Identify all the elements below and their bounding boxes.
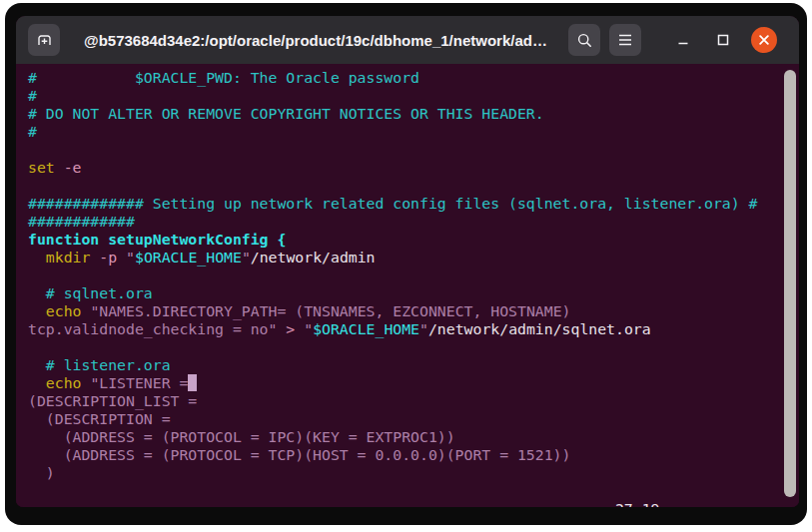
terminal-line <box>28 177 799 195</box>
terminal-screen[interactable]: # $ORACLE_PWD: The Oracle password## DO … <box>16 64 799 507</box>
new-tab-icon <box>36 32 53 49</box>
terminal-line: # sqlnet.ora <box>28 284 799 302</box>
terminal-line: (ADDRESS = (PROTOCOL = IPC)(KEY = EXTPRO… <box>28 428 799 446</box>
terminal-line: (DESCRIPTION = <box>28 410 799 428</box>
maximize-icon <box>716 33 730 47</box>
terminal-line: ) <box>28 464 799 482</box>
terminal-line: ############ <box>28 213 799 231</box>
maximize-button[interactable] <box>711 28 735 52</box>
minimize-button[interactable] <box>671 28 695 52</box>
terminal-line: function setupNetworkConfig { <box>28 231 799 249</box>
terminal-lines: # $ORACLE_PWD: The Oracle password## DO … <box>28 69 799 482</box>
cursor-position: 27,19 <box>615 500 660 507</box>
scrollbar[interactable] <box>784 70 796 497</box>
terminal-line <box>28 266 799 284</box>
terminal-line: # <box>28 87 799 105</box>
menu-icon <box>617 33 633 47</box>
terminal-line: echo "NAMES.DIRECTORY_PATH= (TNSNAMES, E… <box>28 302 799 320</box>
screen: @b573684d34e2:/opt/oracle/product/19c/db… <box>0 0 812 532</box>
terminal-line: # listener.ora <box>28 356 799 374</box>
terminal-line: set -e <box>28 159 799 177</box>
terminal-line: (ADDRESS = (PROTOCOL = TCP)(HOST = 0.0.0… <box>28 446 799 464</box>
terminal-line <box>28 141 799 159</box>
terminal-line: echo "LISTENER = <box>28 374 799 392</box>
search-button[interactable] <box>568 24 600 56</box>
close-button[interactable] <box>751 27 777 53</box>
search-icon <box>576 32 593 49</box>
terminal-line: # <box>28 123 799 141</box>
terminal-line: ############# Setting up network related… <box>28 195 799 213</box>
minimize-icon <box>676 33 690 47</box>
titlebar[interactable]: @b573684d34e2:/opt/oracle/product/19c/db… <box>16 16 799 64</box>
terminal-window: @b573684d34e2:/opt/oracle/product/19c/db… <box>16 16 799 507</box>
terminal-line: (DESCRIPTION_LIST = <box>28 392 799 410</box>
vim-ruler: 27,19 5% <box>28 482 799 500</box>
close-icon <box>758 34 770 46</box>
window-title: @b573684d34e2:/opt/oracle/product/19c/db… <box>84 32 547 49</box>
menu-button[interactable] <box>609 24 641 56</box>
terminal-line: # $ORACLE_PWD: The Oracle password <box>28 69 799 87</box>
terminal-line: mkdir -p "$ORACLE_HOME"/network/admin <box>28 249 799 266</box>
new-tab-button[interactable] <box>28 24 60 56</box>
terminal-line: tcp.validnode_checking = no" > "$ORACLE_… <box>28 320 799 338</box>
terminal-line: # DO NOT ALTER OR REMOVE COPYRIGHT NOTIC… <box>28 105 799 123</box>
terminal-line <box>28 338 799 356</box>
